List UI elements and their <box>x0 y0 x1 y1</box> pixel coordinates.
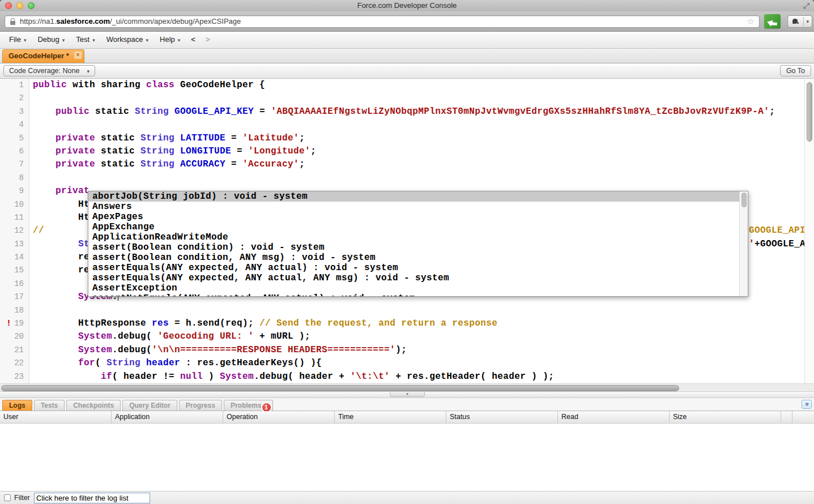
line-number-text: 17 <box>14 292 24 301</box>
code-line[interactable]: if( header != null ) System.debug( heade… <box>33 370 814 383</box>
column-header-read[interactable]: Read <box>558 411 670 423</box>
clip-arrow-icon <box>766 19 773 27</box>
code-line[interactable] <box>33 92 814 105</box>
horizontal-scrollbar-thumb[interactable] <box>1 385 679 391</box>
code-line[interactable] <box>33 304 814 317</box>
filter-checkbox[interactable] <box>4 494 11 501</box>
button-divider <box>803 17 804 26</box>
popup-scrollbar-thumb[interactable] <box>741 193 747 207</box>
autocomplete-item[interactable]: assertNotEquals(ANY expected, ANY actual… <box>88 293 748 297</box>
line-number-text: 3 <box>19 107 24 116</box>
autocomplete-list: abortJob(String jobId) : void - systemAn… <box>88 191 748 297</box>
column-header-user[interactable]: User <box>0 411 112 423</box>
code-line[interactable]: private static String LONGITUDE = 'Longi… <box>33 145 814 158</box>
editor-vertical-scrollbar[interactable] <box>804 79 814 383</box>
column-header-size[interactable]: Size <box>670 411 781 423</box>
vertical-scrollbar-thumb[interactable] <box>807 82 812 142</box>
autocomplete-item[interactable]: ApplicationReadWriteMode <box>88 232 748 242</box>
menu-item-label: Test <box>76 35 90 44</box>
line-number-text: 10 <box>14 200 24 209</box>
autocomplete-item[interactable]: AppExchange <box>88 222 748 232</box>
column-header-status[interactable]: Status <box>446 411 558 423</box>
panel-tab-progress[interactable]: Progress <box>179 400 222 411</box>
menu-item-help[interactable]: Help▾ <box>154 32 186 48</box>
panel-tab-logs[interactable]: Logs <box>2 400 32 411</box>
popup-scrollbar[interactable] <box>739 191 748 296</box>
code-line[interactable]: private static String ACCURACY = 'Accura… <box>33 158 814 171</box>
code-coverage-label: Code Coverage: None <box>9 67 79 75</box>
bottom-panel-tabs: LogsTestsCheckpointsQuery EditorProgress… <box>0 398 814 411</box>
column-header-operation[interactable]: Operation <box>223 411 335 423</box>
nav-back-button[interactable]: < <box>186 32 201 48</box>
panel-tab-problems[interactable]: Problems1 <box>224 400 273 411</box>
menu-item-label: Workspace <box>106 35 143 44</box>
line-number: 23 <box>0 370 29 383</box>
autocomplete-item[interactable]: ApexPages <box>88 212 748 222</box>
menu-item-label: File <box>9 35 21 44</box>
fullscreen-icon[interactable]: ⤢ <box>803 0 809 11</box>
line-number: 4 <box>0 118 29 131</box>
line-number-text: 15 <box>14 266 24 275</box>
splitter-grip-icon: ▾ <box>390 392 424 396</box>
code-line[interactable]: public static String GOOGLE_API_KEY = 'A… <box>33 105 814 118</box>
code-line[interactable]: System.debug('\n\n==========RESPONSE HEA… <box>33 344 814 357</box>
code-line[interactable]: public with sharing class GeoCodeHelper … <box>33 79 814 92</box>
title-bar: Force.com Developer Console ⤢ <box>0 0 814 11</box>
go-to-button[interactable]: Go To <box>780 65 811 76</box>
bookmark-star-icon[interactable]: ☆ <box>747 16 755 27</box>
code-line[interactable]: HttpResponse res = h.send(req); // Send … <box>33 317 814 330</box>
panel-tab-label: Logs <box>9 402 25 409</box>
chevron-down-icon: ▾ <box>146 37 149 43</box>
panel-tab-tests[interactable]: Tests <box>34 400 65 411</box>
close-tab-icon[interactable]: × <box>74 52 82 59</box>
autocomplete-item[interactable]: assertEquals(ANY expected, ANY actual, A… <box>88 273 748 283</box>
menu-item-workspace[interactable]: Workspace▾ <box>101 32 154 48</box>
tab-geocodehelper[interactable]: GeoCodeHelper * × <box>2 49 84 63</box>
panel-tab-query-editor[interactable]: Query Editor <box>122 400 177 411</box>
editor-tab-strip: GeoCodeHelper * × <box>0 49 814 63</box>
line-number: 6 <box>0 145 29 158</box>
code-line[interactable] <box>33 172 814 185</box>
code-editor[interactable]: 123456789101112131415161718!1920212223 p… <box>0 79 814 383</box>
autocomplete-item[interactable]: abortJob(String jobId) : void - system <box>88 191 748 202</box>
chevron-down-icon: ▾ <box>806 16 809 27</box>
code-coverage-dropdown[interactable]: Code Coverage: None▾ <box>3 65 95 76</box>
autocomplete-item[interactable]: assertEquals(ANY expected, ANY actual) :… <box>88 263 748 273</box>
line-number-text: 11 <box>14 213 24 222</box>
column-header-application[interactable]: Application <box>112 411 223 423</box>
panel-tab-label: Tests <box>41 402 58 409</box>
splitter-grip[interactable]: ▾ <box>390 392 425 397</box>
autocomplete-item[interactable]: assert(Boolean condition) : void - syste… <box>88 242 748 253</box>
autocomplete-item[interactable]: Answers <box>88 202 748 212</box>
editor-horizontal-scrollbar[interactable] <box>0 383 814 392</box>
menu-item-debug[interactable]: Debug▾ <box>32 32 70 48</box>
column-header-time[interactable]: Time <box>335 411 446 423</box>
collapse-panel-button[interactable]: » <box>802 400 812 409</box>
line-number-text: 9 <box>19 186 24 195</box>
line-number: 22 <box>0 357 29 370</box>
panel-splitter[interactable]: ▾ <box>0 392 814 398</box>
extension-button[interactable]: ▾ <box>787 15 812 28</box>
autocomplete-item[interactable]: assert(Boolean condition, ANY msg) : voi… <box>88 253 748 263</box>
web-clipper-button[interactable] <box>764 14 781 28</box>
panel-tab-checkpoints[interactable]: Checkpoints <box>66 400 121 411</box>
line-number: 9 <box>0 185 29 198</box>
url-field[interactable]: https://na1.salesforce.com/_ui/common/ap… <box>5 15 760 28</box>
autocomplete-item[interactable]: AssertException <box>88 283 748 293</box>
nav-forward-button[interactable]: > <box>201 32 215 48</box>
menu-item-test[interactable]: Test▾ <box>70 32 100 48</box>
code-line[interactable]: for( String header : res.getHeaderKeys()… <box>33 357 814 370</box>
line-number-text: 21 <box>14 345 24 354</box>
chevron-down-icon: ▾ <box>92 37 95 43</box>
code-line[interactable] <box>33 118 814 131</box>
url-path: /_ui/common/apex/debug/ApexCSIPage <box>110 17 241 25</box>
url-domain: salesforce.com <box>56 17 110 25</box>
code-line[interactable]: private static String LATITUDE = 'Latitu… <box>33 132 814 145</box>
code-line[interactable]: System.debug( 'Geocoding URL: ' + mURL )… <box>33 330 814 343</box>
filter-input[interactable] <box>34 493 150 503</box>
window-title: Force.com Developer Console <box>0 0 814 11</box>
line-number-text: 5 <box>19 134 24 143</box>
line-number-text: 16 <box>14 279 24 288</box>
menu-item-file[interactable]: File▾ <box>3 32 32 48</box>
header-filler <box>792 411 814 423</box>
